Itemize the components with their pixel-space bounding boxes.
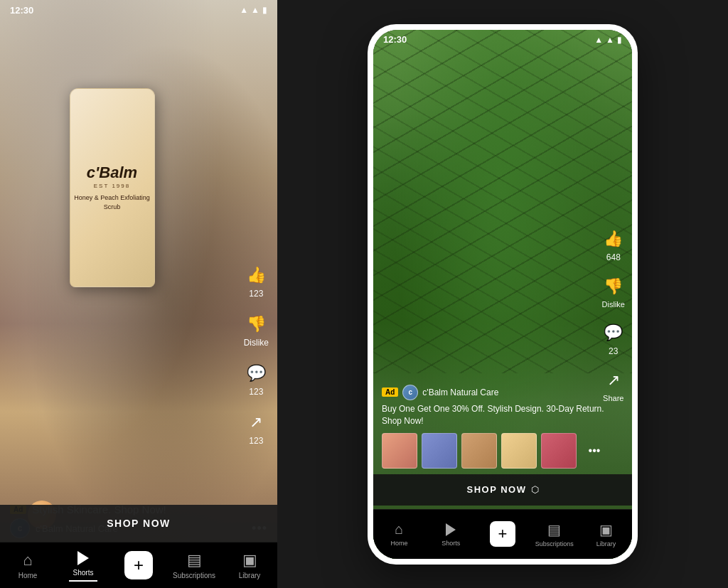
right-dislike-label: Dislike — [602, 300, 625, 309]
right-nav-library-label: Library — [596, 540, 616, 547]
right-shop-now-label: SHOP NOW — [467, 484, 527, 495]
product-thumb-4[interactable] — [501, 433, 537, 469]
nav-shorts[interactable]: Shorts — [55, 550, 111, 582]
right-phone-frame: 12:30 ▲ ▲ ▮ 👍 648 👎 Dislike — [368, 24, 638, 565]
right-thumbs-down-icon: 👎 — [602, 275, 625, 298]
right-channel-avatar: c — [402, 385, 418, 400]
left-product-area: c'Balm EST 1998 Honey & Peach Exfoliatin… — [0, 0, 277, 588]
nav-library-label: Library — [239, 572, 261, 579]
product-thumb-5[interactable] — [541, 433, 577, 469]
subscriptions-icon: ▤ — [187, 551, 202, 570]
shorts-icon — [75, 550, 92, 567]
bottom-navigation: ⌂ Home Shorts + ▤ Subscriptions ▣ Librar… — [0, 542, 277, 588]
thumbs-up-icon: 👍 — [245, 264, 267, 287]
right-ad-details: Ad c c'Balm Natural Care Buy One Get One… — [382, 385, 623, 427]
share-icon: ↗ — [245, 411, 267, 434]
shop-now-label: SHOP NOW — [107, 518, 171, 529]
product-thumb-3[interactable] — [461, 433, 497, 469]
like-button[interactable]: 👍 123 — [245, 264, 267, 299]
right-nav-add[interactable]: + — [477, 521, 529, 547]
right-shop-now-button[interactable]: SHOP NOW ⬡ — [373, 474, 632, 506]
nav-shorts-label: Shorts — [73, 569, 94, 577]
right-ad-badge: Ad — [382, 387, 398, 397]
thumbs-down-icon: 👎 — [245, 313, 267, 336]
battery-icon: ▮ — [262, 5, 267, 15]
right-wifi-icon: ▲ — [606, 35, 614, 45]
right-comment-icon: 💬 — [602, 321, 625, 344]
comment-icon: 💬 — [245, 362, 267, 385]
product-description: Honey & Peach Exfoliating Scrub — [70, 193, 154, 211]
right-nav-home[interactable]: ⌂ Home — [373, 521, 425, 547]
product-est: EST 1998 — [94, 183, 130, 189]
right-home-icon: ⌂ — [395, 521, 403, 538]
right-like-count: 648 — [606, 252, 621, 262]
right-nav-home-label: Home — [390, 540, 407, 547]
library-icon: ▣ — [242, 551, 257, 570]
right-nav-library[interactable]: ▣ Library — [580, 521, 632, 547]
product-thumb-2[interactable] — [422, 433, 457, 469]
right-ad-channel-row: Ad c c'Balm Natural Care — [382, 385, 623, 400]
right-ad-description: Buy One Get One 30% Off. Stylish Design.… — [382, 403, 623, 427]
product-tube: c'Balm EST 1998 Honey & Peach Exfoliatin… — [70, 88, 155, 287]
right-comment-button[interactable]: 💬 23 — [602, 321, 625, 356]
comment-button[interactable]: 💬 123 — [245, 362, 267, 397]
signal-icon: ▲ — [240, 5, 248, 15]
right-action-buttons: 👍 648 👎 Dislike 💬 23 ↗ Share — [602, 228, 625, 402]
comment-count: 123 — [249, 387, 263, 397]
status-bar: 12:30 ▲ ▲ ▮ — [0, 0, 277, 20]
left-phone: c'Balm EST 1998 Honey & Peach Exfoliatin… — [0, 0, 277, 588]
right-library-icon: ▣ — [599, 521, 613, 538]
product-thumbnails: ••• — [373, 433, 632, 474]
right-dislike-button[interactable]: 👎 Dislike — [602, 275, 625, 309]
right-channel-name: c'Balm Natural Care — [422, 387, 498, 397]
wifi-icon: ▲ — [251, 5, 259, 15]
right-add-button[interactable]: + — [490, 521, 515, 547]
shop-now-button[interactable]: SHOP NOW — [0, 505, 277, 542]
right-like-button[interactable]: 👍 648 — [602, 228, 625, 262]
right-nav-subscriptions[interactable]: ▤ Subscriptions — [528, 521, 580, 547]
product-thumb-1[interactable] — [382, 433, 417, 469]
right-subscriptions-icon: ▤ — [547, 521, 561, 538]
right-nav-shorts-label: Shorts — [441, 540, 460, 547]
branches-overlay — [373, 30, 632, 374]
like-count: 123 — [249, 289, 263, 299]
active-tab-indicator — [69, 580, 97, 582]
right-nav-subscriptions-label: Subscriptions — [535, 540, 574, 547]
right-section: 12:30 ▲ ▲ ▮ 👍 648 👎 Dislike — [277, 0, 728, 588]
right-nav-shorts[interactable]: Shorts — [425, 522, 477, 547]
right-battery-icon: ▮ — [617, 35, 622, 45]
right-shorts-play-triangle — [446, 523, 456, 536]
add-button[interactable]: + — [124, 551, 153, 579]
nav-subscriptions-label: Subscriptions — [173, 572, 215, 579]
product-brand: c'Balm — [87, 164, 137, 181]
nav-home[interactable]: ⌂ Home — [0, 551, 55, 579]
status-time: 12:30 — [10, 5, 33, 16]
action-buttons: 👍 123 👎 Dislike 💬 123 ↗ 123 — [244, 264, 269, 446]
right-status-time: 12:30 — [383, 34, 407, 45]
more-products-button[interactable]: ••• — [584, 433, 605, 469]
shorts-play-triangle — [77, 551, 89, 565]
right-ad-info-row: Ad c c'Balm Natural Care Buy One Get One… — [373, 379, 632, 433]
nav-add[interactable]: + — [111, 551, 166, 579]
home-icon: ⌂ — [23, 551, 32, 570]
dislike-button[interactable]: 👎 Dislike — [244, 313, 269, 348]
share-count: 123 — [249, 436, 263, 446]
right-bottom-navigation: ⌂ Home Shorts + ▤ Subscriptions — [373, 509, 632, 559]
right-status-icons: ▲ ▲ ▮ — [594, 35, 622, 45]
share-button[interactable]: ↗ 123 — [245, 411, 267, 446]
right-status-bar: 12:30 ▲ ▲ ▮ — [373, 30, 632, 50]
nav-home-label: Home — [18, 572, 38, 579]
right-shorts-icon — [443, 522, 459, 538]
right-comment-count: 23 — [609, 346, 618, 356]
right-thumbs-up-icon: 👍 — [602, 228, 625, 250]
right-phone-inner: 12:30 ▲ ▲ ▮ 👍 648 👎 Dislike — [373, 30, 632, 559]
nav-subscriptions[interactable]: ▤ Subscriptions — [166, 551, 222, 579]
status-icons: ▲ ▲ ▮ — [240, 5, 267, 15]
nav-library[interactable]: ▣ Library — [222, 551, 277, 579]
dislike-label: Dislike — [244, 338, 269, 348]
right-signal-icon: ▲ — [594, 35, 603, 45]
right-ad-overlay: Ad c c'Balm Natural Care Buy One Get One… — [373, 379, 632, 506]
external-link-icon: ⬡ — [531, 484, 539, 495]
